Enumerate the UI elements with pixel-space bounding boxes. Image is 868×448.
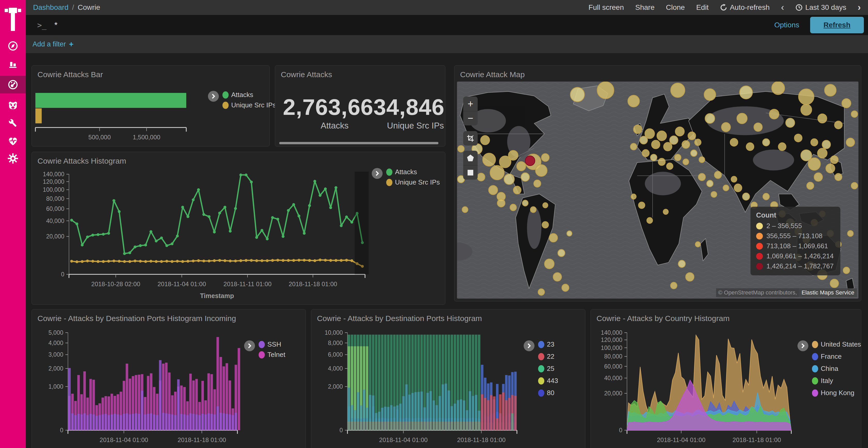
map-bubble[interactable] bbox=[570, 88, 585, 102]
map-bubble[interactable] bbox=[835, 173, 842, 181]
legend-toggle-button[interactable] bbox=[208, 91, 219, 102]
map-bubble[interactable] bbox=[807, 182, 814, 189]
map-bubble-high-count[interactable] bbox=[525, 156, 535, 166]
world-map[interactable]: + − Cou bbox=[457, 81, 859, 299]
map-bubble[interactable] bbox=[799, 89, 814, 105]
telekom-t-logo[interactable] bbox=[5, 6, 21, 31]
map-bubble[interactable] bbox=[808, 158, 820, 170]
legend-item-port-23[interactable]: 23 bbox=[538, 340, 558, 348]
map-bubble[interactable] bbox=[671, 83, 685, 98]
map-bubble[interactable] bbox=[666, 163, 673, 169]
map-bubble[interactable] bbox=[822, 140, 830, 149]
map-bubble[interactable] bbox=[652, 140, 660, 149]
map-bubble[interactable] bbox=[688, 132, 696, 140]
map-bubble[interactable] bbox=[690, 150, 697, 157]
map-bubble[interactable] bbox=[831, 156, 838, 164]
map-bubble[interactable] bbox=[851, 111, 858, 117]
time-range-picker[interactable]: Last 30 days bbox=[796, 3, 846, 12]
map-bubble[interactable] bbox=[483, 153, 495, 166]
map-bubble[interactable] bbox=[458, 145, 464, 152]
map-bubble[interactable] bbox=[489, 185, 498, 195]
legend-item-unique-src-ips[interactable]: Unique Src IPs bbox=[386, 178, 440, 186]
map-bubble[interactable] bbox=[814, 173, 822, 181]
map-bubble[interactable] bbox=[657, 131, 666, 141]
map-bubble[interactable] bbox=[490, 165, 504, 180]
map-bubble[interactable] bbox=[675, 154, 681, 161]
map-bubble[interactable] bbox=[541, 153, 549, 161]
map-bubble[interactable] bbox=[521, 173, 529, 181]
map-bubble[interactable] bbox=[543, 203, 548, 208]
legend-item-port-443[interactable]: 443 bbox=[538, 377, 558, 385]
map-bubble[interactable] bbox=[763, 139, 770, 146]
map-bubble[interactable] bbox=[510, 204, 517, 211]
map-bubble[interactable] bbox=[542, 221, 549, 228]
map-bubble[interactable] bbox=[631, 194, 636, 199]
edit-button[interactable]: Edit bbox=[696, 3, 709, 12]
map-bubble[interactable] bbox=[847, 231, 853, 236]
legend-item-ssh[interactable]: SSH bbox=[258, 340, 285, 348]
map-bubble[interactable] bbox=[846, 138, 855, 146]
sidebar-item-monitoring[interactable] bbox=[0, 132, 26, 150]
map-bubble[interactable] bbox=[818, 114, 827, 123]
map-bubble[interactable] bbox=[704, 89, 716, 101]
map-bubble[interactable] bbox=[670, 136, 678, 144]
map-bubble[interactable] bbox=[834, 121, 842, 129]
map-bubble[interactable] bbox=[530, 207, 536, 213]
map-zoom-out-button[interactable]: − bbox=[463, 111, 478, 126]
legend-toggle-button[interactable] bbox=[524, 340, 534, 351]
map-bubble[interactable] bbox=[535, 165, 547, 176]
legend-item-port-80[interactable]: 80 bbox=[538, 389, 558, 397]
map-bubble[interactable] bbox=[538, 289, 545, 295]
map-bubble[interactable] bbox=[534, 180, 541, 187]
auto-refresh-button[interactable]: Auto-refresh bbox=[720, 3, 770, 12]
legend-toggle-button[interactable] bbox=[798, 340, 808, 351]
legend-item-port-25[interactable]: 25 bbox=[538, 365, 558, 373]
map-bubble[interactable] bbox=[522, 200, 528, 206]
map-bubble[interactable] bbox=[711, 192, 717, 198]
map-bubble[interactable] bbox=[714, 171, 721, 179]
map-bubble[interactable] bbox=[699, 157, 705, 163]
map-bubble[interactable] bbox=[633, 125, 642, 134]
query-bar[interactable]: >_ * Options Refresh bbox=[26, 15, 868, 35]
map-bubble[interactable] bbox=[678, 261, 685, 268]
map-bubble[interactable] bbox=[480, 136, 490, 144]
map-bubble[interactable] bbox=[801, 104, 812, 115]
query-options-link[interactable]: Options bbox=[774, 21, 799, 29]
legend-item-unique-src-ips[interactable]: Unique Src IPs bbox=[222, 101, 276, 109]
map-bubble[interactable] bbox=[817, 148, 827, 158]
map-bubble[interactable] bbox=[746, 143, 754, 150]
legend-toggle-button[interactable] bbox=[372, 168, 382, 179]
map-bubble[interactable] bbox=[647, 217, 653, 223]
map-bubble[interactable] bbox=[517, 162, 526, 171]
map-bubble[interactable] bbox=[558, 249, 565, 256]
map-bubble[interactable] bbox=[504, 174, 514, 184]
map-bubble[interactable] bbox=[477, 173, 485, 181]
map-bubble[interactable] bbox=[645, 129, 654, 139]
attacks-bar-chart[interactable]: 500,0001,500,000 bbox=[34, 89, 204, 149]
legend-item-telnet[interactable]: Telnet bbox=[258, 351, 285, 359]
map-bubble[interactable] bbox=[763, 193, 769, 200]
map-bubble[interactable] bbox=[723, 185, 729, 191]
ports-chart[interactable]: 02,0004,0006,0008,00010,0002018-11-04 01… bbox=[314, 326, 521, 448]
add-filter-button[interactable]: Add a filter + bbox=[33, 40, 74, 48]
map-bubble[interactable] bbox=[567, 231, 572, 236]
map-bubble[interactable] bbox=[671, 282, 677, 289]
map-bubble[interactable] bbox=[731, 176, 737, 182]
clone-button[interactable]: Clone bbox=[666, 3, 685, 12]
legend-item-port-22[interactable]: 22 bbox=[538, 352, 558, 360]
map-bubble[interactable] bbox=[778, 143, 786, 150]
sidebar-item-dashboard[interactable] bbox=[0, 76, 26, 94]
map-bubble[interactable] bbox=[663, 209, 668, 214]
ports-incoming-chart[interactable]: 01,0002,0003,0004,0005,0002018-11-04 01:… bbox=[34, 326, 241, 448]
map-bubble[interactable] bbox=[675, 127, 684, 136]
map-bubble[interactable] bbox=[843, 267, 850, 274]
legend-item-france[interactable]: France bbox=[812, 352, 861, 360]
map-bubble[interactable] bbox=[553, 273, 561, 281]
map-bubble[interactable] bbox=[825, 84, 836, 96]
map-bubble[interactable] bbox=[562, 284, 569, 291]
map-bubble[interactable] bbox=[851, 182, 858, 189]
map-bubble[interactable] bbox=[695, 139, 701, 145]
map-bubble[interactable] bbox=[695, 242, 700, 247]
map-bubble[interactable] bbox=[628, 95, 640, 107]
sidebar-item-visualize[interactable] bbox=[0, 55, 26, 72]
